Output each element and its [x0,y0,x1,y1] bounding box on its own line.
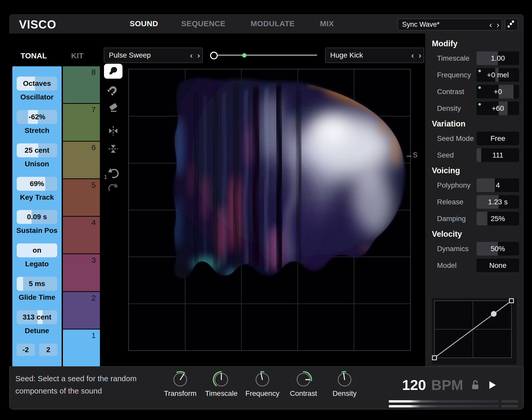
stretch-label: Stretch [25,126,49,135]
seed-label: Seed [437,151,477,159]
source-b-prev-icon[interactable]: ‹ [409,50,416,60]
seed-mode-value[interactable]: Free [477,132,519,145]
transport-timeline-1[interactable] [389,400,518,403]
knob-icon [171,370,189,389]
macro-knob-frequency[interactable]: Frequency [242,370,283,398]
redo-button[interactable] [108,182,119,193]
release-value[interactable]: 1.23 s [477,195,519,209]
legato-toggle[interactable]: on [17,243,57,257]
pointer-tool-button[interactable] [104,64,122,79]
source-a-next-icon[interactable]: › [195,50,202,60]
density-label: Density [437,104,477,113]
randomize-button[interactable] [505,19,518,31]
parameter-tooltip: Seed: Select a seed for the random compo… [15,372,169,397]
detune-slider[interactable]: 313 cent [17,310,57,324]
param-oscillator: Octaves Oscillator [17,77,57,101]
tab-sequence[interactable]: SEQUENCE [181,19,225,28]
layer-cell-5[interactable]: 5 [63,179,100,216]
key-track-slider[interactable]: 69% [17,177,57,191]
layer-cell-4[interactable]: 4 [63,217,100,253]
s-axis-label: S [413,151,417,159]
bpm-value[interactable]: 120 [402,377,426,393]
layer-number: 2 [91,294,96,302]
macro-knob-timescale[interactable]: Timescale [201,370,242,398]
preset-selector[interactable]: Sync Wave* ‹ › [397,19,502,31]
sustain-pos-label: Sustain Pos [16,226,58,235]
range-min-button[interactable]: -2 [16,344,35,356]
source-a-name: Pulse Sweep [109,51,188,59]
tab-mix[interactable]: MIX [320,19,334,28]
layer-cell-7[interactable]: 7 [63,104,100,141]
source-b-name: Huge Kick [330,51,409,59]
timescale-text: 1.00 [477,51,519,65]
curve-handle-start[interactable] [432,356,436,360]
macro-knob-density[interactable]: Density [324,370,365,398]
layer-cell-3[interactable]: 3 [63,254,100,291]
damping-label: Damping [437,215,477,223]
range-max-button[interactable]: 2 [39,344,58,356]
tab-kit[interactable]: KIT [71,51,83,60]
timescale-label: Timescale [437,54,477,62]
param-legato: on Legato [17,243,57,268]
mirror-horizontal-tool-button[interactable] [107,125,119,138]
model-value[interactable]: None [477,259,519,272]
undo-count-badge: 1 [104,174,107,180]
model-label: Model [437,261,477,270]
magnet-tool-button[interactable] [107,84,119,97]
spectral-display[interactable] [128,69,411,351]
seed-value[interactable]: 111 [477,148,519,162]
contrast-value[interactable]: +0 [477,85,519,98]
dynamics-text: 50% [477,242,519,255]
layer-number: 8 [91,68,96,77]
curve-point[interactable] [491,311,497,317]
layer-cell-8[interactable]: 8 [63,66,100,103]
knob-label: Timescale [205,389,238,398]
param-key-track: 69% Key Track [17,177,57,202]
layer-cell-2[interactable]: 2 [63,292,100,329]
transport-timeline-2[interactable] [389,405,518,407]
tab-sound[interactable]: SOUND [130,19,158,28]
tab-modulate[interactable]: MODULATE [251,19,295,28]
top-bar: VISCO SOUND SEQUENCE MODULATE MIX Sync W… [9,14,524,33]
source-b-selector[interactable]: Huge Kick ‹ › [325,48,424,63]
unison-slider[interactable]: 25 cent [17,143,57,157]
tab-tonal[interactable]: TONAL [21,51,47,60]
source-a-selector[interactable]: Pulse Sweep ‹ › [104,48,203,63]
mirror-vertical-tool-button[interactable] [107,143,119,156]
oscillator-slider[interactable]: Octaves [17,77,57,90]
timescale-value[interactable]: 1.00 [477,51,519,65]
damping-value[interactable]: 25% [477,212,519,225]
param-stretch: -62% Stretch [17,110,57,135]
preset-next-icon[interactable]: › [494,20,502,30]
velocity-curve-editor[interactable] [432,298,517,364]
parameters-panel: Modify Timescale 1.00 Frequency +0 mel C… [425,33,524,366]
density-value[interactable]: +60 [477,102,519,115]
curve-handle-end[interactable] [509,299,514,303]
layer-cell-6[interactable]: 6 [63,142,100,178]
lock-icon[interactable] [471,379,480,391]
morph-slider-handle[interactable] [210,52,218,59]
source-a-prev-icon[interactable]: ‹ [188,50,195,60]
source-b-next-icon[interactable]: › [416,50,424,60]
macro-knob-transform[interactable]: Transform [160,370,201,398]
polyphony-value[interactable]: 4 [477,178,519,192]
preset-prev-icon[interactable]: ‹ [487,20,495,30]
morph-slider-track[interactable] [217,55,317,56]
sustain-pos-slider[interactable]: 0.09 s [17,210,57,224]
section-voicing: Voicing [432,166,524,175]
stretch-slider[interactable]: -62% [17,110,57,124]
glide-time-slider[interactable]: 5 ms [17,277,57,291]
release-label: Release [437,198,477,206]
dynamics-value[interactable]: 50% [477,242,519,255]
glide-time-label: Glide Time [19,293,55,302]
layer-cell-1[interactable]: 1 [63,330,100,366]
eraser-tool-button[interactable] [107,102,119,115]
play-icon[interactable] [489,381,496,389]
row-seed-mode: Seed Mode Free [437,132,519,145]
morph-position-dot[interactable] [242,53,246,58]
velocity-curve-graph [432,298,517,364]
frequency-value[interactable]: +0 mel [477,68,519,82]
undo-button[interactable]: 1 [107,167,119,180]
detune-label: Detune [25,327,49,335]
macro-knob-contrast[interactable]: Contrast [283,370,324,398]
